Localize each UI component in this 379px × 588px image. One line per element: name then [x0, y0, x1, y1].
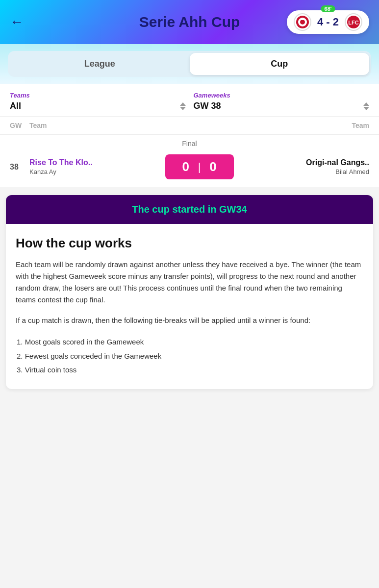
match-round-label: Final	[0, 135, 379, 149]
info-card-para-1: Each team will be randomly drawn against…	[16, 259, 363, 306]
col-gw-header: GW	[10, 122, 29, 129]
filter-gameweeks-value: GW 38	[194, 101, 221, 111]
tab-container: League Cup	[8, 51, 371, 77]
info-card-title: How the cup works	[16, 236, 363, 251]
filter-teams[interactable]: Teams All	[10, 92, 186, 111]
svg-rect-3	[301, 18, 304, 20]
match-team-left: Rise To The Klo.. Kanza Ay	[29, 158, 165, 175]
filter-gameweeks-label: Gameweeks	[194, 92, 370, 99]
info-card-banner: The cup started in GW34	[6, 195, 373, 224]
col-team-right-header: Team	[234, 122, 370, 129]
team-left-manager: Kanza Ay	[29, 168, 165, 175]
match-gw-number: 38	[10, 163, 29, 172]
match-score: 4 - 2	[315, 16, 341, 28]
teams-arrows	[180, 102, 186, 110]
team-left-crest	[294, 13, 311, 31]
tab-cup[interactable]: Cup	[190, 53, 370, 75]
score-right: 0	[201, 159, 225, 174]
gameweeks-arrow-up	[363, 102, 369, 106]
match-score-box: 0 | 0	[165, 154, 234, 179]
match-row[interactable]: 38 Rise To The Klo.. Kanza Ay 0 | 0 Orig…	[0, 149, 379, 187]
list-item-3: 3. Virtual coin toss	[17, 363, 363, 377]
filter-teams-label: Teams	[10, 92, 186, 99]
header: ← Serie Ahh Cup 68' 4 - 2 LFC	[0, 0, 379, 44]
info-card: The cup started in GW34 How the cup work…	[6, 195, 373, 389]
list-item-2: 2. Fewest goals conceded in the Gameweek	[17, 349, 363, 364]
match-team-right: Origi-nal Gangs.. Bilal Ahmed	[234, 158, 370, 175]
tab-league[interactable]: League	[10, 53, 190, 75]
info-card-list: 1. Most goals scored in the Gameweek 2. …	[16, 335, 363, 377]
back-button[interactable]: ←	[10, 14, 24, 30]
score-left: 0	[174, 159, 198, 174]
team-right-crest: LFC	[345, 13, 362, 31]
score-widget: 68' 4 - 2 LFC	[287, 10, 369, 34]
list-item-1: 1. Most goals scored in the Gameweek	[17, 335, 363, 349]
info-card-banner-text: The cup started in GW34	[132, 204, 247, 215]
tab-bar: League Cup	[0, 44, 379, 84]
gameweeks-arrows	[363, 102, 369, 110]
filter-teams-row: All	[10, 101, 186, 111]
table-header: GW Team Team	[0, 117, 379, 135]
gameweeks-arrow-down	[363, 107, 369, 110]
page-title: Serie Ahh Cup	[139, 14, 240, 30]
filter-teams-value: All	[10, 101, 21, 111]
info-card-para-2: If a cup match is drawn, then the follow…	[16, 315, 363, 326]
match-section: Final 38 Rise To The Klo.. Kanza Ay 0 | …	[0, 135, 379, 187]
filters: Teams All Gameweeks GW 38	[0, 84, 379, 117]
col-team-left-header: Team	[29, 122, 165, 129]
team-right-name: Origi-nal Gangs..	[234, 158, 370, 167]
info-card-body: How the cup works Each team will be rand…	[6, 224, 373, 389]
teams-arrow-up	[180, 102, 186, 106]
team-right-manager: Bilal Ahmed	[234, 168, 370, 175]
filter-gameweeks[interactable]: Gameweeks GW 38	[194, 92, 370, 111]
team-left-name: Rise To The Klo..	[29, 158, 165, 167]
teams-arrow-down	[180, 107, 186, 110]
svg-text:LFC: LFC	[348, 20, 358, 25]
match-minute: 68'	[321, 5, 335, 12]
svg-point-2	[300, 20, 305, 24]
filter-gameweeks-row: GW 38	[194, 101, 370, 111]
